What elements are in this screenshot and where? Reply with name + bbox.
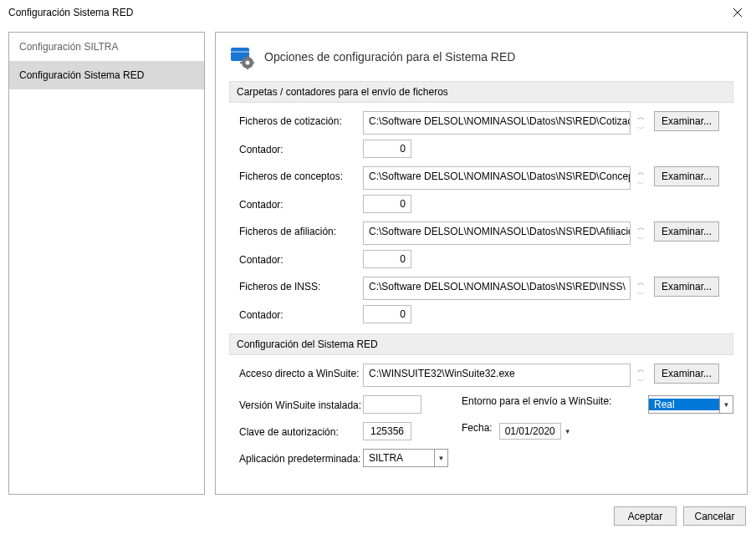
row-clave-fecha: Clave de autorización: Fecha: 01/01/2020… [229, 422, 733, 445]
combo-fecha-value: 01/01/2020 [499, 423, 561, 440]
close-button[interactable] [718, 0, 756, 25]
close-icon [733, 8, 742, 17]
row-cotizacion: Ficheros de cotización: C:\Software DELS… [229, 111, 733, 135]
browse-afiliacion-button[interactable]: Examinar... [654, 221, 719, 242]
spin-down[interactable]: ﹀ [634, 178, 647, 190]
label-winsuite: Acceso directo a WinSuite: [229, 364, 363, 379]
spin-down[interactable]: ﹀ [634, 375, 647, 387]
browse-inss-button[interactable]: Examinar... [654, 277, 719, 297]
sidebar-item-label: Configuración Sistema RED [19, 69, 144, 81]
combo-envio[interactable]: Real ▼ [648, 395, 733, 414]
label-cotizacion: Ficheros de cotización: [229, 111, 363, 127]
sidebar-item-siltra[interactable]: Configuración SILTRA [9, 33, 204, 61]
content-area: Configuración SILTRA Configuración Siste… [0, 25, 756, 498]
spinner-winsuite: ︿ ﹀ [634, 364, 647, 387]
input-counter-afi[interactable] [363, 250, 411, 268]
input-version[interactable] [363, 395, 421, 414]
row-counter-afi: Contador: [229, 250, 733, 273]
svg-point-3 [246, 61, 250, 65]
section-folders: Carpetas / contadores para el envío de f… [229, 81, 733, 103]
input-clave[interactable] [363, 422, 411, 440]
input-counter-con[interactable] [363, 195, 411, 213]
spin-down[interactable]: ﹀ [634, 123, 647, 135]
browse-winsuite-button[interactable]: Examinar... [654, 364, 719, 384]
label-fecha: Fecha: [411, 422, 499, 434]
label-clave: Clave de autorización: [229, 422, 363, 438]
input-winsuite-path[interactable]: C:\WINSUITE32\WinSuite32.exe [363, 364, 631, 387]
chevron-down-icon: ▼ [561, 422, 575, 440]
label-version: Versión WinSuite instalada: [229, 395, 363, 411]
panel-title: Opciones de configuración para el Sistem… [264, 50, 515, 64]
input-counter-cot[interactable] [363, 140, 411, 158]
row-version-env: Versión WinSuite instalada: Entorno para… [229, 395, 733, 419]
row-counter-inss: Contador: [229, 305, 733, 328]
spin-up[interactable]: ︿ [634, 364, 647, 375]
row-app: Aplicación predeterminada: SILTRA ▼ [229, 449, 733, 472]
combo-app[interactable]: SILTRA ▼ [363, 449, 448, 467]
dialog-footer: Aceptar Cancelar [0, 498, 756, 534]
sidebar-item-sistema-red[interactable]: Configuración Sistema RED [9, 61, 204, 89]
spin-down[interactable]: ﹀ [634, 288, 647, 300]
section-config: Configuración del Sistema RED [229, 333, 733, 355]
row-winsuite: Acceso directo a WinSuite: C:\WINSUITE32… [229, 364, 733, 387]
label-conceptos: Ficheros de conceptos: [229, 166, 363, 182]
spin-up[interactable]: ︿ [634, 221, 647, 233]
label-counter: Contador: [229, 250, 363, 266]
input-cotizacion-path[interactable]: C:\Software DELSOL\NOMINASOL\Datos\NS\RE… [363, 111, 631, 135]
combo-envio-value: Real [649, 399, 719, 410]
label-counter: Contador: [229, 140, 363, 155]
row-afiliacion: Ficheros de afiliación: C:\Software DELS… [229, 221, 733, 245]
window-title: Configuración Sistema RED [8, 7, 133, 18]
chevron-down-icon: ▼ [434, 450, 447, 466]
row-inss: Ficheros de INSS: C:\Software DELSOL\NOM… [229, 277, 733, 300]
settings-folder-icon [229, 44, 254, 69]
label-app: Aplicación predeterminada: [229, 449, 363, 465]
svg-rect-1 [231, 51, 249, 53]
spin-up[interactable]: ︿ [634, 166, 647, 178]
row-counter-cot: Contador: [229, 140, 733, 163]
combo-app-value: SILTRA [364, 452, 434, 464]
input-counter-inss[interactable] [363, 305, 411, 323]
spinner-afiliacion: ︿ ﹀ [634, 221, 647, 245]
input-inss-path[interactable]: C:\Software DELSOL\NOMINASOL\Datos\NS\RE… [363, 277, 631, 300]
spinner-inss: ︿ ﹀ [634, 277, 647, 300]
spin-up[interactable]: ︿ [634, 277, 647, 288]
title-bar: Configuración Sistema RED [0, 0, 756, 25]
row-counter-con: Contador: [229, 195, 733, 218]
spinner-cotizacion: ︿ ﹀ [634, 111, 647, 135]
sidebar-item-label: Configuración SILTRA [19, 41, 119, 53]
label-inss: Ficheros de INSS: [229, 277, 363, 292]
accept-button[interactable]: Aceptar [614, 506, 677, 526]
label-counter: Contador: [229, 195, 363, 211]
main-panel: Opciones de configuración para el Sistem… [215, 32, 748, 495]
row-conceptos: Ficheros de conceptos: C:\Software DELSO… [229, 166, 733, 190]
chevron-down-icon: ▼ [719, 396, 733, 413]
label-counter: Contador: [229, 305, 363, 321]
panel-header: Opciones de configuración para el Sistem… [229, 44, 733, 81]
browse-cotizacion-button[interactable]: Examinar... [654, 111, 719, 131]
spin-up[interactable]: ︿ [634, 111, 647, 123]
spin-down[interactable]: ﹀ [634, 233, 647, 245]
label-envio: Entorno para el envío a WinSuite: [421, 395, 618, 407]
input-afiliacion-path[interactable]: C:\Software DELSOL\NOMINASOL\Datos\NS\RE… [363, 221, 631, 245]
spinner-conceptos: ︿ ﹀ [634, 166, 647, 190]
label-afiliacion: Ficheros de afiliación: [229, 221, 363, 237]
input-conceptos-path[interactable]: C:\Software DELSOL\NOMINASOL\Datos\NS\RE… [363, 166, 631, 190]
combo-fecha[interactable]: 01/01/2020 ▼ [499, 422, 575, 440]
sidebar: Configuración SILTRA Configuración Siste… [8, 32, 205, 495]
cancel-button[interactable]: Cancelar [683, 506, 746, 526]
browse-conceptos-button[interactable]: Examinar... [654, 166, 719, 186]
